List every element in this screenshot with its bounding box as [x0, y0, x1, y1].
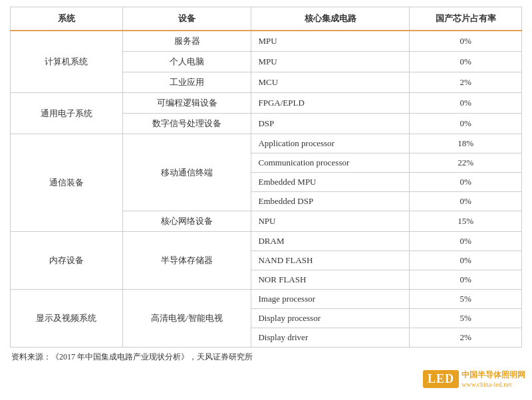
cell-rate: 0% — [410, 192, 522, 211]
cell-device: 半导体存储器 — [122, 232, 251, 290]
cell-ic: NOR FLASH — [251, 270, 410, 290]
cell-rate: 0% — [410, 31, 522, 52]
cell-ic: NAND FLASH — [251, 251, 410, 270]
cell-ic: FPGA/EPLD — [251, 93, 410, 114]
cell-ic: Display driver — [251, 328, 410, 348]
table-body: 计算机系统服务器MPU0%个人电脑MPU0%工业应用MCU2%通用电子系统可编程… — [11, 31, 522, 348]
cell-device: 核心网络设备 — [122, 211, 251, 232]
cell-rate: 15% — [410, 211, 522, 232]
cell-rate: 22% — [410, 153, 522, 173]
cell-device: 个人电脑 — [122, 52, 251, 72]
cell-rate: 0% — [410, 251, 522, 270]
main-table: 系统 设备 核心集成电路 国产芯片占有率 计算机系统服务器MPU0%个人电脑MP… — [10, 7, 522, 348]
cell-device: 工业应用 — [122, 72, 251, 93]
cell-system: 显示及视频系统 — [11, 290, 123, 348]
cell-rate: 5% — [410, 309, 522, 328]
cell-ic: MPU — [251, 31, 410, 52]
watermark-site-name: 中国半导体照明网 — [462, 369, 525, 381]
table-row: 通用电子系统可编程逻辑设备FPGA/EPLD0% — [11, 93, 522, 114]
table-row: 内存设备半导体存储器DRAM0% — [11, 232, 522, 251]
cell-rate: 0% — [410, 232, 522, 251]
watermark-text-block: 中国半导体照明网 www.china-led.net — [462, 369, 525, 388]
cell-ic: Display processor — [251, 309, 410, 328]
cell-rate: 5% — [410, 290, 522, 309]
table-row: 通信装备移动通信终端Application processor18% — [11, 134, 522, 153]
cell-ic: Image processor — [251, 290, 410, 309]
watermark-url: www.china-led.net — [462, 381, 525, 388]
cell-ic: DRAM — [251, 232, 410, 251]
cell-ic: Embedded DSP — [251, 192, 410, 211]
cell-rate: 0% — [410, 93, 522, 114]
cell-rate: 0% — [410, 270, 522, 290]
cell-rate: 0% — [410, 173, 522, 192]
cell-ic: Communication processor — [251, 153, 410, 173]
cell-device: 服务器 — [122, 31, 251, 52]
cell-system: 内存设备 — [11, 232, 123, 290]
cell-ic: MPU — [251, 52, 410, 72]
watermark-led-logo: LED — [423, 370, 459, 388]
table-row: 计算机系统服务器MPU0% — [11, 31, 522, 52]
cell-rate: 0% — [410, 52, 522, 72]
cell-device: 数字信号处理设备 — [122, 114, 251, 134]
cell-ic: Application processor — [251, 134, 410, 153]
cell-rate: 2% — [410, 72, 522, 93]
table-container: 系统 设备 核心集成电路 国产芯片占有率 计算机系统服务器MPU0%个人电脑MP… — [0, 0, 532, 383]
cell-rate: 18% — [410, 134, 522, 153]
cell-ic: Embedded MPU — [251, 173, 410, 192]
footer-note: 资料来源：《2017 年中国集成电路产业现状分析》，天风证券研究所 — [10, 351, 522, 363]
cell-system: 通信装备 — [11, 134, 123, 232]
cell-ic: MCU — [251, 72, 410, 93]
watermark: LED 中国半导体照明网 www.china-led.net — [423, 369, 525, 388]
cell-system: 计算机系统 — [11, 31, 123, 93]
cell-ic: DSP — [251, 114, 410, 134]
cell-rate: 0% — [410, 114, 522, 134]
cell-system: 通用电子系统 — [11, 93, 123, 134]
cell-rate: 2% — [410, 328, 522, 348]
cell-device: 移动通信终端 — [122, 134, 251, 211]
col-header-device: 设备 — [122, 7, 251, 31]
table-header-row: 系统 设备 核心集成电路 国产芯片占有率 — [11, 7, 522, 31]
cell-device: 高清电视/智能电视 — [122, 290, 251, 348]
col-header-ic: 核心集成电路 — [251, 7, 410, 31]
col-header-system: 系统 — [11, 7, 123, 31]
cell-device: 可编程逻辑设备 — [122, 93, 251, 114]
table-row: 显示及视频系统高清电视/智能电视Image processor5% — [11, 290, 522, 309]
col-header-rate: 国产芯片占有率 — [410, 7, 522, 31]
cell-ic: NPU — [251, 211, 410, 232]
